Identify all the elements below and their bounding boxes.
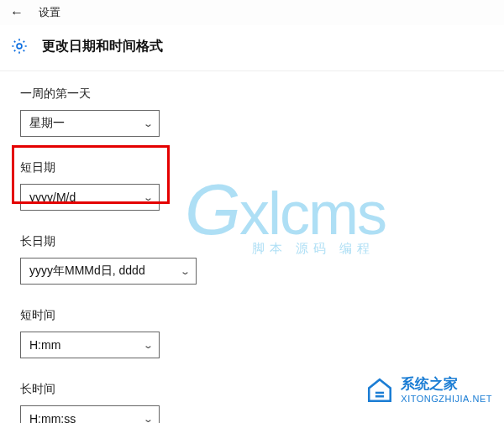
chevron-down-icon: ⌄ — [180, 266, 191, 277]
svg-point-0 — [17, 44, 22, 49]
dropdown-value: H:mm — [29, 338, 60, 352]
page-title: 更改日期和时间格式 — [42, 38, 163, 55]
back-icon[interactable]: ← — [10, 5, 24, 20]
label-long-date: 长日期 — [20, 234, 504, 249]
dropdown-value: yyyy年MMMd日, dddd — [29, 264, 145, 279]
dropdown-short-date[interactable]: yyyy/M/d ⌄ — [20, 184, 160, 211]
field-short-time: 短时间 H:mm ⌄ — [20, 308, 504, 358]
chevron-down-icon: ⌄ — [143, 340, 154, 351]
chevron-down-icon: ⌄ — [143, 192, 154, 203]
page-header: 更改日期和时间格式 — [0, 25, 504, 71]
field-long-date: 长日期 yyyy年MMMd日, dddd ⌄ — [20, 234, 504, 285]
label-short-time: 短时间 — [20, 308, 504, 323]
titlebar-label: 设置 — [39, 5, 60, 20]
label-long-time: 长时间 — [20, 382, 504, 397]
dropdown-value: 星期一 — [29, 116, 65, 131]
field-first-day: 一周的第一天 星期一 ⌄ — [20, 86, 504, 137]
field-short-date: 短日期 yyyy/M/d ⌄ — [20, 160, 504, 211]
dropdown-long-date[interactable]: yyyy年MMMd日, dddd ⌄ — [20, 258, 197, 285]
chevron-down-icon: ⌄ — [143, 414, 154, 424]
titlebar: ← 设置 — [0, 0, 504, 25]
gear-icon — [10, 37, 29, 55]
chevron-down-icon: ⌄ — [143, 118, 154, 129]
label-first-day: 一周的第一天 — [20, 86, 504, 102]
dropdown-short-time[interactable]: H:mm ⌄ — [20, 332, 160, 358]
content-area: 一周的第一天 星期一 ⌄ 短日期 yyyy/M/d ⌄ 长日期 yyyy年MMM… — [0, 71, 504, 423]
field-long-time: 长时间 H:mm:ss ⌄ — [20, 382, 504, 423]
dropdown-long-time[interactable]: H:mm:ss ⌄ — [20, 405, 160, 423]
dropdown-value: H:mm:ss — [29, 412, 76, 423]
label-short-date: 短日期 — [20, 160, 504, 175]
dropdown-value: yyyy/M/d — [29, 191, 76, 204]
dropdown-first-day[interactable]: 星期一 ⌄ — [20, 110, 160, 137]
